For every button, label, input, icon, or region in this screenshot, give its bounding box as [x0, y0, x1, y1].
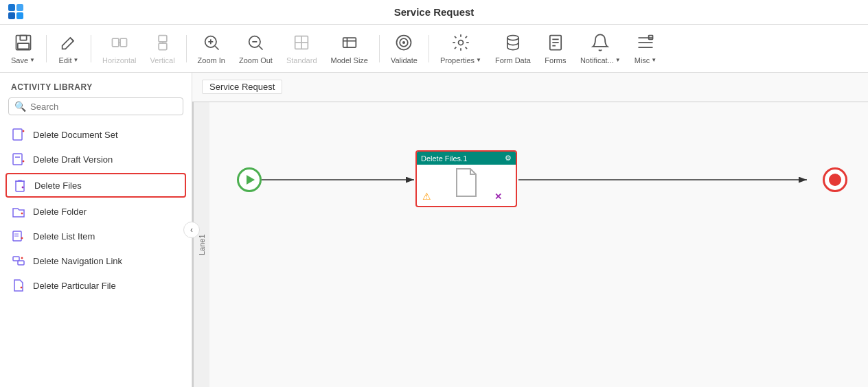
properties-icon [451, 33, 470, 55]
svg-point-24 [403, 41, 404, 43]
delete-files-icon [12, 178, 27, 193]
search-box[interactable]: 🔍 [8, 97, 183, 115]
zoom-in-button[interactable]: Zoom In [192, 30, 231, 67]
search-icon: 🔍 [14, 101, 26, 112]
activity-node-file-icon [454, 167, 479, 204]
search-input[interactable] [30, 102, 177, 112]
misc-label: Misc ▼ [635, 56, 657, 64]
misc-icon [636, 33, 655, 55]
svg-rect-39 [16, 181, 24, 191]
edit-icon [59, 33, 78, 55]
sidebar-title: ACTIVITY LIBRARY [0, 73, 192, 97]
app-icon-cell [8, 4, 15, 11]
sidebar-item-label: Delete Files [34, 180, 82, 191]
svg-line-15 [260, 46, 263, 49]
horizontal-button[interactable]: Horizontal [97, 30, 142, 67]
sidebar-item-delete-folder[interactable]: Delete Folder [0, 199, 192, 224]
canvas-area: Service Request Lane1 [192, 73, 868, 387]
sidebar: ACTIVITY LIBRARY 🔍 Delete Document Set [0, 73, 192, 387]
app-icon-cell [16, 12, 23, 19]
validate-button[interactable]: Validate [385, 30, 423, 67]
svg-rect-50 [18, 261, 24, 265]
app-icon-cell [8, 12, 15, 19]
svg-rect-7 [159, 43, 167, 49]
app-icon[interactable] [8, 4, 23, 19]
main-layout: ACTIVITY LIBRARY 🔍 Delete Document Set [0, 73, 868, 387]
forms-button[interactable]: Forms [539, 30, 572, 67]
sidebar-item-delete-files[interactable]: Delete Files [5, 173, 186, 198]
app-icon-cell [16, 4, 23, 11]
validate-icon [394, 33, 413, 55]
save-icon [14, 33, 33, 55]
end-node-inner [829, 174, 841, 186]
standard-label: Standard [286, 56, 317, 64]
svg-rect-49 [13, 257, 19, 261]
misc-button[interactable]: Misc ▼ [629, 30, 663, 67]
model-size-button[interactable]: Model Size [326, 30, 374, 67]
vertical-icon [153, 33, 172, 55]
svg-point-26 [507, 35, 518, 40]
svg-rect-3 [112, 38, 118, 47]
svg-rect-35 [13, 154, 22, 165]
activity-node-header: Delete Files.1 ⚙ [417, 152, 516, 165]
properties-button[interactable]: Properties ▼ [435, 30, 487, 67]
form-data-button[interactable]: Form Data [490, 30, 536, 67]
properties-label: Properties ▼ [440, 56, 481, 64]
model-size-label: Model Size [331, 56, 368, 64]
svg-point-25 [458, 40, 463, 45]
sidebar-item-delete-particular-file[interactable]: Delete Particular File [0, 273, 192, 298]
zoom-out-button[interactable]: Zoom Out [233, 30, 278, 67]
collapse-sidebar-button[interactable]: ‹ [183, 222, 200, 238]
save-button[interactable]: Save ▼ [5, 30, 41, 67]
top-bar: Service Request [0, 0, 868, 25]
standard-icon [292, 33, 311, 55]
save-label: Save ▼ [11, 56, 35, 64]
svg-rect-19 [343, 38, 356, 47]
delete-document-set-icon [11, 127, 26, 142]
sidebar-item-delete-document-set[interactable]: Delete Document Set [0, 122, 192, 147]
notifications-button[interactable]: Notificat... ▼ [575, 30, 626, 67]
sidebar-item-label: Delete Navigation Link [33, 256, 122, 266]
form-data-label: Form Data [495, 56, 531, 64]
page-title: Service Request [394, 6, 475, 18]
zoom-out-label: Zoom Out [239, 56, 273, 64]
lane-container: Lane1 [192, 102, 868, 387]
horizontal-label: Horizontal [102, 56, 137, 64]
end-node[interactable] [823, 167, 847, 192]
sidebar-item-label: Delete Draft Version [33, 154, 113, 165]
svg-rect-6 [159, 35, 167, 41]
notifications-label: Notificat... ▼ [580, 56, 621, 64]
separator [429, 35, 429, 62]
svg-rect-1 [20, 35, 26, 40]
sidebar-item-delete-list-item[interactable]: Delete List Item [0, 224, 192, 248]
vertical-label: Vertical [150, 56, 175, 64]
zoom-in-label: Zoom In [198, 56, 225, 64]
zoom-in-icon [202, 33, 221, 55]
delete-particular-file-icon [11, 278, 26, 293]
separator [91, 35, 91, 62]
standard-button[interactable]: Standard [281, 30, 323, 67]
sidebar-item-delete-navigation-link[interactable]: Delete Navigation Link [0, 248, 192, 273]
separator [46, 35, 47, 62]
notifications-icon [591, 33, 610, 55]
delete-list-item-icon [11, 228, 26, 244]
activity-node[interactable]: Delete Files.1 ⚙ ⚠ ✕ [415, 150, 517, 207]
edit-button[interactable]: Edit ▼ [52, 30, 85, 67]
canvas-label: Service Request [202, 80, 282, 94]
vertical-button[interactable]: Vertical [145, 30, 181, 67]
zoom-out-icon [246, 33, 265, 55]
separator [186, 35, 187, 62]
activity-node-gear-icon[interactable]: ⚙ [505, 154, 512, 163]
warning-icon: ⚠ [422, 191, 431, 202]
sidebar-item-label: Delete List Item [33, 231, 95, 242]
delete-folder-icon [11, 204, 26, 219]
sidebar-item-label: Delete Folder [33, 207, 87, 217]
delete-navigation-link-icon [11, 253, 26, 268]
model-size-icon [340, 33, 359, 55]
svg-rect-4 [120, 38, 126, 47]
start-node[interactable] [237, 167, 262, 192]
sidebar-item-delete-draft-version[interactable]: Delete Draft Version [0, 147, 192, 172]
activity-node-title: Delete Files.1 [421, 154, 467, 163]
svg-line-12 [215, 46, 218, 49]
separator [379, 35, 380, 62]
